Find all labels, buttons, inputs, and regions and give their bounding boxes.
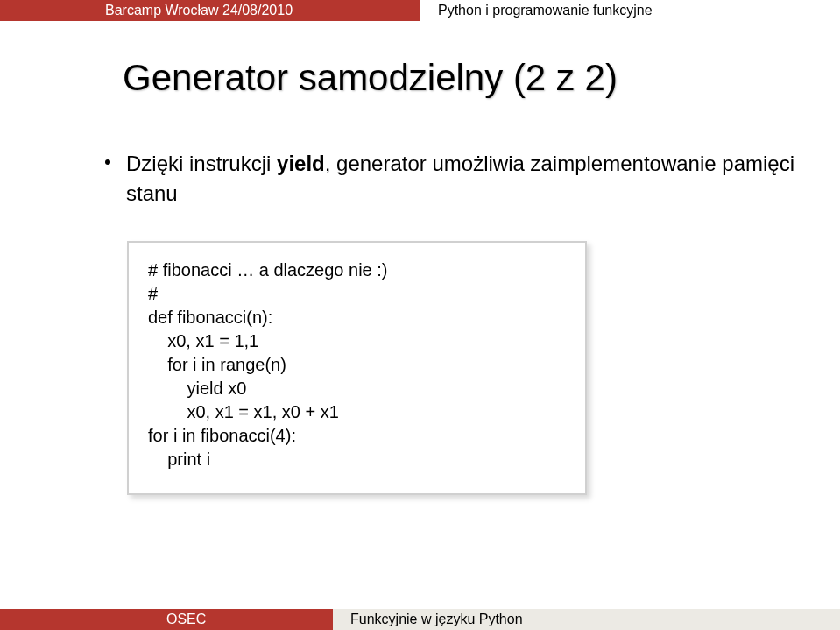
code-line: # — [148, 282, 566, 306]
bullet-prefix: Dzięki instrukcji — [126, 152, 277, 175]
header-left-text: Barcamp Wrocław 24/08/2010 — [0, 0, 420, 21]
code-line: yield x0 — [148, 377, 566, 400]
footer-left-text: OSEC — [0, 609, 333, 630]
slide-footer: OSEC Funkcyjnie w języku Python — [0, 609, 840, 630]
bullet-point: Dzięki instrukcji yield, generator umożl… — [105, 149, 840, 208]
code-line: x0, x1 = x1, x0 + x1 — [148, 400, 566, 424]
code-line: for i in range(n) — [148, 353, 566, 377]
code-line: # fibonacci … a dlaczego nie :) — [148, 258, 566, 282]
code-line: def fibonacci(n): — [148, 306, 566, 329]
slide-title: Generator samodzielny (2 z 2) — [123, 57, 618, 99]
bullet-bold: yield — [277, 152, 325, 175]
code-example: # fibonacci … a dlaczego nie :) # def fi… — [127, 241, 587, 495]
slide-header: Barcamp Wrocław 24/08/2010 Python i prog… — [0, 0, 840, 21]
footer-right-text: Funkcyjnie w języku Python — [333, 609, 840, 630]
code-line: x0, x1 = 1,1 — [148, 329, 566, 353]
bullet-text: Dzięki instrukcji yield, generator umożl… — [126, 149, 840, 208]
code-line: for i in fibonacci(4): — [148, 424, 566, 448]
code-line: print i — [148, 448, 566, 471]
header-right-text: Python i programowanie funkcyjne — [420, 0, 840, 21]
bullet-dot-icon — [105, 159, 110, 165]
